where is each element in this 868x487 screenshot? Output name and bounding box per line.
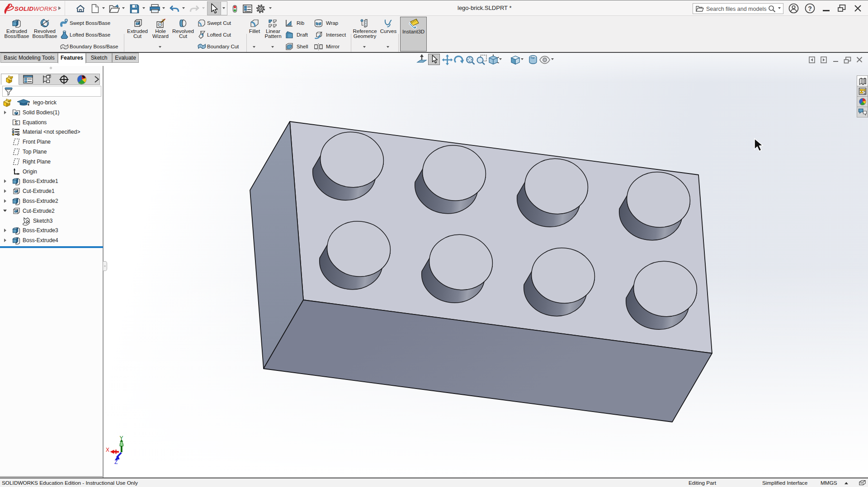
svg-text:Z: Z	[114, 459, 118, 465]
svg-text:X: X	[106, 447, 109, 453]
svg-text:SOLID: SOLID	[14, 5, 33, 12]
svg-text:?: ?	[808, 5, 812, 12]
svg-text:WORKS: WORKS	[33, 5, 57, 12]
svg-text:Σ: Σ	[15, 120, 18, 125]
